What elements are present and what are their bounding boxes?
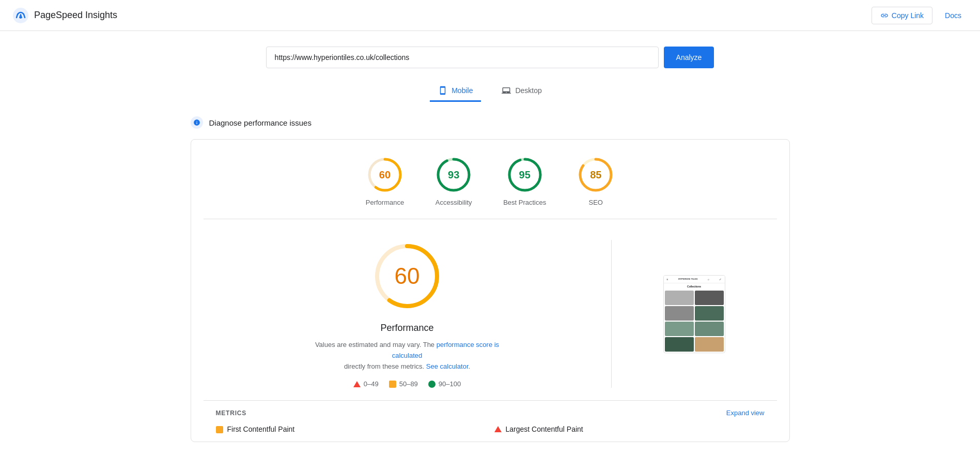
- svg-point-1: [20, 17, 22, 19]
- perf-title: Performance: [380, 323, 433, 333]
- score-accessibility-label: Accessibility: [435, 199, 472, 206]
- score-best-practices-circle: 95: [506, 156, 543, 193]
- diagnose-banner: Diagnose performance issues: [191, 114, 790, 131]
- perf-description: Values are estimated and may vary. The p…: [304, 340, 510, 372]
- expand-view-button[interactable]: Expand view: [726, 409, 765, 417]
- performance-section: 60 Performance Values are estimated and …: [204, 219, 777, 400]
- docs-link[interactable]: Docs: [939, 7, 968, 24]
- score-seo-circle: 85: [577, 156, 614, 193]
- metrics-title: METRICS: [216, 410, 247, 417]
- legend-range-049: 0–49: [364, 380, 379, 388]
- legend-range-5089: 50–89: [399, 380, 418, 388]
- app-title: PageSpeed Insights: [34, 10, 117, 21]
- score-performance-value: 60: [379, 169, 391, 181]
- mockup-cell-5: [665, 322, 694, 336]
- copy-link-label: Copy Link: [892, 11, 924, 20]
- score-best-practices-label: Best Practices: [503, 199, 546, 206]
- metric-fcp-color: [216, 426, 223, 433]
- see-calculator-link[interactable]: See calculator: [426, 362, 469, 370]
- diagnose-icon: [191, 116, 203, 129]
- mockup-search-icon: ⌕: [708, 278, 709, 281]
- metric-fcp: First Contentful Paint: [216, 425, 486, 433]
- score-accessibility-value: 93: [448, 169, 459, 181]
- legend-triangle-icon: [353, 381, 361, 387]
- mockup-header: ≡ HYPERION TILES ⌕ ⤢: [664, 276, 725, 283]
- metric-lcp-color: [494, 426, 502, 432]
- score-seo[interactable]: 85 SEO: [577, 156, 614, 206]
- legend-circle-icon: [428, 381, 435, 388]
- mockup-logo: HYPERION TILES: [678, 278, 698, 280]
- tab-mobile[interactable]: Mobile: [430, 81, 481, 102]
- mobile-icon: [438, 86, 447, 95]
- url-row: Analyze: [191, 47, 790, 68]
- mockup-cell-1: [665, 291, 694, 305]
- legend-range-90100: 90–100: [439, 380, 461, 388]
- tabs-row: Mobile Desktop: [191, 81, 790, 102]
- pagespeed-logo-icon: [12, 7, 29, 24]
- metric-lcp-content: Largest Contentful Paint: [506, 425, 583, 433]
- header-actions: Copy Link Docs: [872, 7, 968, 24]
- tab-desktop[interactable]: Desktop: [493, 81, 550, 102]
- metric-lcp: Largest Contentful Paint: [494, 425, 765, 433]
- url-input[interactable]: [266, 47, 659, 68]
- legend-square-icon: [389, 381, 396, 388]
- mockup-expand-icon: ⤢: [719, 278, 721, 281]
- score-performance-label: Performance: [366, 199, 404, 206]
- legend-item-orange: 50–89: [389, 380, 418, 388]
- site-preview-mockup: ≡ HYPERION TILES ⌕ ⤢ Collections: [663, 275, 725, 353]
- copy-link-button[interactable]: Copy Link: [872, 7, 932, 24]
- score-seo-value: 85: [590, 169, 601, 181]
- scores-row: 60 Performance 93 Accessibility: [204, 156, 777, 206]
- link-icon: [880, 11, 889, 20]
- legend-row: 0–49 50–89 90–100: [353, 380, 461, 388]
- analyze-button[interactable]: Analyze: [664, 47, 714, 68]
- perf-big-circle: 60: [371, 240, 443, 312]
- main-content: Analyze Mobile Desktop Diagnose performa…: [180, 31, 800, 458]
- score-accessibility[interactable]: 93 Accessibility: [435, 156, 472, 206]
- mockup-cell-3: [665, 306, 694, 321]
- score-seo-label: SEO: [589, 199, 603, 206]
- desktop-icon: [502, 86, 511, 95]
- metric-fcp-name: First Contentful Paint: [227, 425, 295, 433]
- metric-lcp-name: Largest Contentful Paint: [506, 425, 583, 433]
- score-best-practices[interactable]: 95 Best Practices: [503, 156, 546, 206]
- tab-mobile-label: Mobile: [452, 86, 473, 95]
- mockup-cell-6: [695, 322, 724, 336]
- mockup-cell-7: [665, 337, 694, 352]
- mockup-cell-4: [695, 306, 724, 321]
- score-performance[interactable]: 60 Performance: [366, 156, 404, 206]
- mockup-image-grid: [664, 290, 725, 353]
- logo-area: PageSpeed Insights: [12, 7, 117, 24]
- metrics-header: METRICS Expand view: [216, 409, 765, 417]
- score-accessibility-circle: 93: [435, 156, 472, 193]
- mockup-cell-2: [695, 291, 724, 305]
- score-performance-circle: 60: [366, 156, 403, 193]
- metrics-row: First Contentful Paint Largest Contentfu…: [216, 425, 765, 433]
- tab-desktop-label: Desktop: [515, 86, 541, 95]
- legend-item-red: 0–49: [353, 380, 379, 388]
- score-card: 60 Performance 93 Accessibility: [191, 139, 790, 442]
- score-best-practices-value: 95: [519, 169, 531, 181]
- mockup-cell-8: [695, 337, 724, 352]
- perf-big-score: 60: [395, 263, 420, 289]
- metrics-section: METRICS Expand view First Contentful Pai…: [204, 400, 777, 442]
- perf-left: 60 Performance Values are estimated and …: [204, 240, 611, 388]
- metric-fcp-content: First Contentful Paint: [227, 425, 295, 433]
- mockup-title: Collections: [664, 283, 725, 290]
- mockup-menu-icon: ≡: [667, 278, 668, 281]
- diagnose-text: Diagnose performance issues: [209, 118, 312, 127]
- header: PageSpeed Insights Copy Link Docs: [0, 0, 980, 31]
- perf-right-preview: ≡ HYPERION TILES ⌕ ⤢ Collections: [612, 240, 777, 388]
- legend-item-green: 90–100: [428, 380, 461, 388]
